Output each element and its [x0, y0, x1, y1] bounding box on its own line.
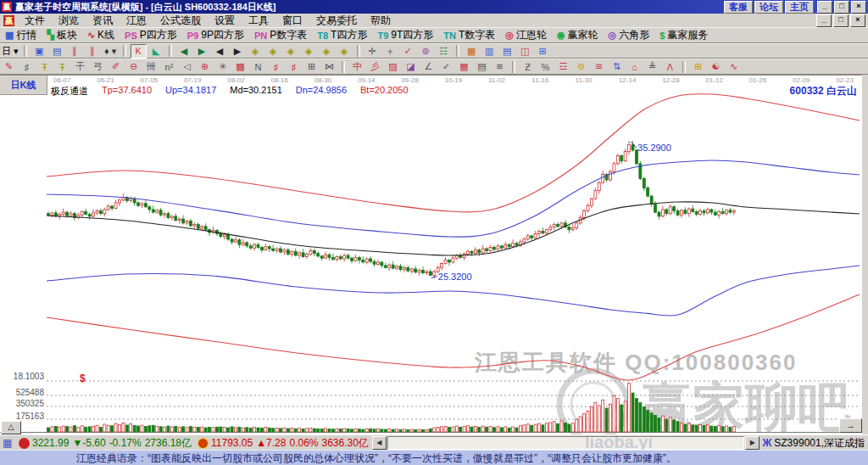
zoom-diamond-1-button[interactable]: ◈: [248, 44, 264, 59]
roof-line-button[interactable]: ⌂: [626, 59, 643, 74]
time-price-node-button[interactable]: ⋈: [321, 59, 337, 74]
marker-pen-button[interactable]: ✐: [108, 59, 124, 74]
current-index-label[interactable]: SZ399001,深证成指: [774, 436, 865, 451]
levels-box-button[interactable]: ▤: [474, 59, 490, 74]
save-disk-button[interactable]: ◫: [517, 44, 533, 59]
fan-lines-button[interactable]: 彡: [367, 59, 383, 74]
goto-first-button[interactable]: ◀: [176, 44, 192, 59]
target-tool-button[interactable]: ⊕: [197, 59, 213, 74]
tb1-t-square-button[interactable]: T8T四方形: [312, 28, 372, 42]
menu-江恩[interactable]: 江恩: [120, 14, 153, 27]
wedge-tool-button[interactable]: Ʌ: [662, 59, 678, 74]
notebook-button[interactable]: ▤: [499, 44, 515, 59]
zone-tool-button[interactable]: Ƶ: [520, 59, 536, 74]
kline-toggle-button[interactable]: K: [131, 44, 147, 59]
kline-plot[interactable]: 江恩工具软件 QQ:100800360赢家聊吧35.290025.3200$: [0, 76, 862, 435]
homepage-button[interactable]: 主页: [785, 1, 814, 14]
check-lines-button[interactable]: ✓: [438, 59, 454, 74]
tb1-kline-button[interactable]: ∿K线: [82, 28, 120, 42]
calendar-button[interactable]: ▦: [464, 44, 480, 59]
menu-窗口[interactable]: 窗口: [275, 14, 309, 27]
goto-last-button[interactable]: ▶: [194, 44, 210, 59]
percent-ratio-button[interactable]: %: [537, 59, 554, 74]
shaded-box-button[interactable]: ▨: [385, 59, 401, 74]
updown-arrows-button[interactable]: ⇅: [609, 59, 625, 74]
tb1-hexagon-button[interactable]: ◎六角形: [604, 28, 655, 42]
titlebar-minimize-button[interactable]: _: [817, 1, 832, 14]
zigzag-tool-button[interactable]: Ν: [250, 59, 266, 74]
red-hatch-2-button[interactable]: ♯: [286, 59, 302, 74]
golden-circle-button[interactable]: ⊜: [573, 59, 589, 74]
time-ruler-2-button[interactable]: Ŧ: [54, 59, 70, 74]
info-panel-button[interactable]: ▤: [49, 44, 65, 59]
color-grid-button[interactable]: ⊞: [690, 59, 706, 74]
menu-帮助[interactable]: 帮助: [364, 14, 398, 27]
price-ruler-button[interactable]: 干: [72, 59, 88, 74]
tb1-winner-service-button[interactable]: $赢家服务: [654, 28, 713, 42]
candle-style-dropdown-button[interactable]: ♦ ▾: [103, 44, 119, 59]
tb1-p-square-button[interactable]: PSP四方形: [120, 28, 182, 42]
sine-wave-button[interactable]: ∿: [726, 59, 742, 74]
mini-candles-1-button[interactable]: ∥: [67, 44, 83, 59]
arc-tool-button[interactable]: 弓: [90, 59, 106, 74]
scrollbar-left-arrow[interactable]: ◀: [372, 436, 387, 450]
menu-设置[interactable]: 设置: [208, 14, 242, 27]
golden-section-button[interactable]: ☲: [555, 59, 571, 74]
pan-hand-button[interactable]: ✛: [364, 44, 381, 59]
mini-candles-2-button[interactable]: ∥: [85, 44, 101, 59]
gann-grid-button[interactable]: ▦: [456, 59, 472, 74]
half-box-button[interactable]: ◪: [403, 59, 419, 74]
screen-layout-button[interactable]: ▣: [31, 44, 47, 59]
menu-浏览[interactable]: 浏览: [52, 14, 86, 27]
zoom-diamond-4-button[interactable]: ◈: [301, 44, 317, 59]
step-forward-button[interactable]: ▶: [230, 44, 246, 59]
scrollbar-right-arrow[interactable]: ▶: [745, 436, 760, 450]
gradient-flag-button[interactable]: ◣: [148, 44, 164, 59]
tb1-t-number-table-button[interactable]: TNT数字表: [438, 28, 500, 42]
data-export-button[interactable]: ⊞: [535, 44, 551, 59]
ray-star-button[interactable]: ✳: [214, 59, 231, 74]
zoom-diamond-3-button[interactable]: ◈: [283, 44, 299, 59]
tb1-p-number-table-button[interactable]: PNP数字表: [249, 28, 312, 42]
bagua-tool-button[interactable]: ☷: [436, 44, 452, 59]
document-close-button[interactable]: ×: [850, 14, 865, 27]
stats-check-button[interactable]: ✓: [400, 44, 416, 59]
parallel-channel-button[interactable]: ≊: [591, 59, 607, 74]
tb1-9t-square-button[interactable]: T99T四方形: [372, 28, 438, 42]
menu-资讯[interactable]: 资讯: [86, 14, 120, 27]
document-minimize-button[interactable]: _: [816, 14, 832, 27]
circle-cycle-button[interactable]: ⊖: [125, 59, 142, 74]
forum-button[interactable]: 论坛: [754, 1, 783, 14]
menu-公式选股[interactable]: 公式选股: [153, 14, 208, 27]
menu-文件[interactable]: 文件: [18, 14, 52, 27]
bar-counter-button[interactable]: 卌: [143, 59, 159, 74]
center-line-button[interactable]: 中: [349, 59, 365, 74]
step-back-button[interactable]: ◀: [212, 44, 228, 59]
wave-tool-button[interactable]: ≋: [492, 59, 508, 74]
square-numbers-button[interactable]: n²: [161, 59, 177, 74]
tb1-9p-square-button[interactable]: P99P四方形: [182, 28, 249, 42]
time-ruler-1-button[interactable]: Ŧ: [36, 59, 53, 74]
scroll-right-button[interactable]: →: [839, 418, 862, 433]
tb1-quotes-button[interactable]: ▦行情: [0, 28, 42, 42]
tb1-winner-wheel-button[interactable]: ◉赢家轮: [552, 28, 604, 42]
red-grid-button[interactable]: ▩: [232, 59, 248, 74]
period-day-dropdown-button[interactable]: 日 ▾: [1, 44, 19, 59]
expand-volume-button[interactable]: △: [1, 421, 21, 434]
tb1-gann-wheel-button[interactable]: ◎江恩轮: [500, 28, 552, 42]
quote-grid-icon[interactable]: ▦: [3, 438, 14, 448]
zoom-diamond-6-button[interactable]: ◈: [337, 44, 353, 59]
menu-交易委托[interactable]: 交易委托: [309, 14, 364, 27]
zoom-diamond-2-button[interactable]: ◈: [265, 44, 281, 59]
red-hatch-1-button[interactable]: ♯: [268, 59, 284, 74]
hatch-lines-button[interactable]: ♯: [19, 59, 35, 74]
document-restore-button[interactable]: □: [833, 14, 849, 27]
gann-tools-button[interactable]: ⊛: [418, 44, 434, 59]
triangle-tool-button[interactable]: ◁: [179, 59, 195, 74]
titlebar-close-button[interactable]: ×: [851, 1, 866, 14]
zoom-diamond-5-button[interactable]: ◈: [319, 44, 335, 59]
menu-工具[interactable]: 工具: [242, 14, 275, 27]
crosshair-button[interactable]: ＋: [382, 44, 398, 59]
customer-service-button[interactable]: 客服: [724, 1, 753, 14]
triangle-wave-button[interactable]: ≜: [644, 59, 660, 74]
